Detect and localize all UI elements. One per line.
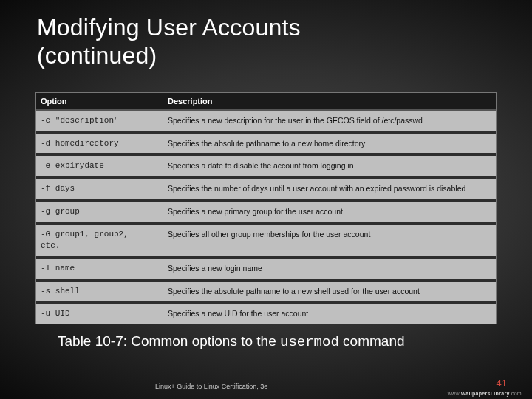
- desc-cell: Specifies a new login name: [163, 259, 496, 279]
- opt-cell: -u UID: [36, 304, 163, 324]
- watermark-a: www.: [448, 391, 461, 396]
- caption-suffix: command: [339, 333, 405, 349]
- desc-cell: Specifies a new primary group for the us…: [163, 202, 496, 222]
- watermark-d: .com: [510, 391, 522, 396]
- desc-cell: Specifies the number of days until a use…: [163, 179, 496, 199]
- options-table: Option Description -c "description" Spec…: [36, 93, 496, 324]
- desc-cell: Specifies a new description for the user…: [163, 110, 496, 131]
- table-header-row: Option Description: [36, 93, 496, 110]
- opt-cell: -G group1, group2, etc.: [36, 225, 163, 256]
- opt-cell: -s shell: [36, 282, 163, 301]
- col-description-header: Description: [163, 93, 496, 110]
- desc-cell: Specifies the absolute pathname to a new…: [163, 134, 496, 154]
- watermark-b: Wallpapers: [461, 391, 491, 396]
- title-line-1: Modifying User Accounts: [37, 14, 301, 41]
- desc-cell: Specifies a new UID for the user account: [163, 304, 496, 324]
- footer-source: Linux+ Guide to Linux Certification, 3e: [155, 383, 267, 390]
- col-option-header: Option: [36, 93, 163, 110]
- table-row: -G group1, group2, etc. Specifies all ot…: [36, 225, 496, 256]
- table-row: -l name Specifies a new login name: [36, 259, 496, 279]
- watermark: www.WallpapersLibrary.com: [448, 391, 522, 396]
- caption-cmd: usermod: [280, 334, 339, 350]
- options-table-container: Option Description -c "description" Spec…: [35, 92, 497, 324]
- desc-cell: Specifies all other group memberships fo…: [163, 225, 496, 256]
- table-caption: Table 10-7: Common options to the usermo…: [37, 333, 502, 350]
- table-row: -g group Specifies a new primary group f…: [36, 202, 496, 222]
- desc-cell: Specifies the absolute pathname to a new…: [163, 282, 496, 301]
- table-row: -u UID Specifies a new UID for the user …: [36, 304, 496, 324]
- table-row: -e expirydate Specifies a date to disabl…: [36, 156, 496, 176]
- caption-prefix: Table 10-7: Common options to the: [58, 333, 280, 349]
- slide: Modifying User Accounts (continued) Opti…: [0, 0, 532, 399]
- opt-cell: -e expirydate: [36, 156, 163, 176]
- opt-cell: -c "description": [36, 110, 163, 131]
- table-row: -f days Specifies the number of days unt…: [36, 179, 496, 199]
- table-row: -s shell Specifies the absolute pathname…: [36, 282, 496, 301]
- desc-cell: Specifies a date to disable the account …: [163, 156, 496, 176]
- opt-cell: -d homedirectory: [36, 134, 163, 154]
- table-row: -d homedirectory Specifies the absolute …: [36, 134, 496, 154]
- opt-cell: -f days: [36, 179, 163, 199]
- opt-cell: -g group: [36, 202, 163, 222]
- opt-cell: -l name: [36, 259, 163, 279]
- table-row: -c "description" Specifies a new descrip…: [36, 110, 496, 131]
- title-line-2: (continued): [37, 42, 157, 69]
- page-number: 41: [497, 378, 507, 389]
- slide-title: Modifying User Accounts (continued): [37, 13, 502, 70]
- watermark-c: Library: [491, 391, 510, 396]
